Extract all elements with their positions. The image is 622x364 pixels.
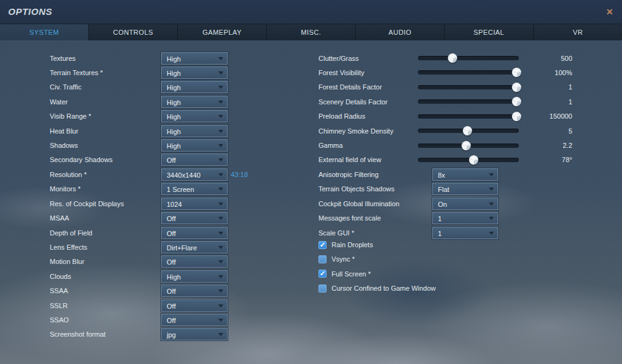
dropdown-motion-blur[interactable]: Off [161, 255, 228, 268]
dropdown-water[interactable]: High [161, 96, 228, 108]
label-clutter-grass: Clutter/Grass [318, 53, 359, 64]
dropdown-value: Flat [438, 184, 449, 195]
slider-forest-visibility[interactable] [418, 70, 519, 75]
slider-chimney-smoke-density[interactable] [418, 129, 519, 133]
dropdown-cockpit-global-illumination[interactable]: On [432, 198, 498, 210]
dropdown-shadows[interactable]: High [161, 139, 228, 152]
label-terrain-textures: Terrain Textures * [50, 67, 103, 78]
tab-controls[interactable]: CONTROLS [89, 24, 178, 40]
slider-value-forest-details-factor: 1 [522, 81, 572, 93]
label-resolution: Resolution * [50, 169, 86, 180]
slider-thumb-gamma[interactable] [462, 141, 471, 150]
chevron-down-icon [218, 202, 223, 206]
dropdown-value: Dirt+Flare [167, 242, 197, 253]
slider-thumb-scenery-details-factor[interactable] [512, 97, 521, 106]
dropdown-visib-range[interactable]: High [161, 110, 228, 122]
chevron-down-icon [218, 304, 223, 307]
label-water: Water [50, 96, 68, 107]
dropdown-civ-traffic[interactable]: High [161, 81, 228, 93]
dropdown-clouds[interactable]: High [161, 270, 228, 283]
dropdown-ssaa[interactable]: Off [161, 284, 228, 297]
dropdown-value: Off [167, 213, 175, 224]
dropdown-monitors[interactable]: 1 Screen [161, 183, 228, 195]
slider-thumb-forest-details-factor[interactable] [512, 83, 521, 92]
slider-thumb-forest-visibility[interactable] [512, 68, 521, 77]
slider-value-forest-visibility: 100% [522, 67, 572, 78]
label-gamma: Gamma [318, 140, 343, 151]
dropdown-resolution[interactable]: 3440x1440 [161, 168, 228, 181]
label-cursor-confined-to-game-window: Cursor Confined to Game Window [332, 283, 436, 294]
dropdown-screenshot-format[interactable]: jpg [161, 328, 228, 340]
slider-thumb-external-field-of-view[interactable] [469, 155, 478, 165]
label-terrain-objects-shadows: Terrain Objects Shadows [318, 183, 394, 194]
chevron-down-icon [218, 130, 223, 133]
tab-system[interactable]: SYSTEM [0, 24, 89, 40]
dropdown-value: High [167, 68, 181, 79]
options-window: OPTIONS ✕ SYSTEMCONTROLSGAMEPLAYMISC.AUD… [0, 0, 622, 364]
checkbox-rain-droplets[interactable] [318, 241, 327, 249]
label-external-field-of-view: External field of view [318, 154, 381, 165]
chevron-down-icon [489, 202, 494, 206]
label-forest-details-factor: Forest Details Factor [318, 81, 382, 93]
slider-thumb-chimney-smoke-density[interactable] [463, 126, 472, 135]
dropdown-value: High [167, 111, 181, 122]
label-civ-traffic: Civ. Traffic [50, 81, 81, 93]
label-preload-radius: Preload Radius [318, 111, 365, 122]
slider-gamma[interactable] [418, 143, 519, 148]
dropdown-textures[interactable]: High [161, 52, 228, 65]
dropdown-heat-blur[interactable]: High [161, 125, 228, 137]
label-motion-blur: Motion Blur [50, 256, 85, 267]
slider-clutter-grass[interactable] [418, 56, 519, 60]
chevron-down-icon [489, 232, 494, 235]
dropdown-value: Off [167, 315, 175, 326]
label-ssao: SSAO [50, 314, 69, 325]
dropdown-value: 8x [438, 170, 445, 181]
dropdown-depth-of-field[interactable]: Off [161, 227, 228, 239]
label-depth-of-field: Depth of Field [50, 227, 92, 239]
label-secondary-shadows: Secondary Shadows [50, 154, 113, 165]
checkbox-vsync[interactable] [318, 255, 327, 263]
label-lens-effects: Lens Effects [50, 242, 87, 253]
slider-scenery-details-factor[interactable] [418, 99, 519, 104]
tab-gameplay[interactable]: GAMEPLAY [178, 24, 267, 40]
label-visib-range: Visib Range * [50, 111, 91, 122]
dropdown-msaa[interactable]: Off [161, 212, 228, 224]
dropdown-terrain-objects-shadows[interactable]: Flat [432, 183, 498, 195]
slider-thumb-preload-radius[interactable] [512, 112, 521, 121]
dropdown-value: Off [167, 301, 175, 312]
label-heat-blur: Heat Blur [50, 125, 78, 137]
slider-thumb-clutter-grass[interactable] [448, 53, 457, 63]
slider-forest-details-factor[interactable] [418, 85, 519, 89]
tab-bar: SYSTEMCONTROLSGAMEPLAYMISC.AUDIOSPECIALV… [0, 24, 622, 40]
dropdown-res-of-cockpit-displays[interactable]: 1024 [161, 198, 228, 210]
tab-vr[interactable]: VR [534, 24, 622, 40]
slider-value-chimney-smoke-density: 5 [522, 125, 572, 137]
dropdown-scale-gui[interactable]: 1 [432, 227, 498, 239]
dropdown-terrain-textures[interactable]: High [161, 66, 228, 79]
slider-value-clutter-grass: 500 [522, 53, 572, 64]
dropdown-value: High [167, 140, 181, 152]
dropdown-value: High [167, 82, 181, 93]
dropdown-value: On [438, 199, 447, 210]
tab-audio[interactable]: AUDIO [356, 24, 445, 40]
slider-external-field-of-view[interactable] [418, 158, 519, 162]
dropdown-secondary-shadows[interactable]: Off [161, 153, 228, 166]
close-icon[interactable]: ✕ [606, 6, 613, 17]
dropdown-lens-effects[interactable]: Dirt+Flare [161, 241, 228, 253]
dropdown-messages-font-scale[interactable]: 1 [432, 212, 498, 224]
dropdown-sslr[interactable]: Off [161, 299, 228, 312]
tab-misc[interactable]: MISC. [267, 24, 356, 40]
label-anisotropic-filtering: Anisotropic Filtering [318, 169, 379, 180]
label-textures: Textures [50, 53, 76, 64]
chevron-down-icon [218, 173, 223, 176]
checkbox-full-screen[interactable] [318, 270, 327, 278]
slider-preload-radius[interactable] [418, 114, 519, 119]
dropdown-anisotropic-filtering[interactable]: 8x [432, 168, 498, 181]
label-res-of-cockpit-displays: Res. of Cockpit Displays [50, 198, 124, 209]
chevron-down-icon [218, 333, 223, 336]
checkbox-cursor-confined-to-game-window[interactable] [318, 284, 327, 293]
label-monitors: Monitors * [50, 183, 81, 194]
tab-special[interactable]: SPECIAL [445, 24, 534, 40]
chevron-down-icon [218, 57, 223, 60]
dropdown-ssao[interactable]: Off [161, 314, 228, 326]
